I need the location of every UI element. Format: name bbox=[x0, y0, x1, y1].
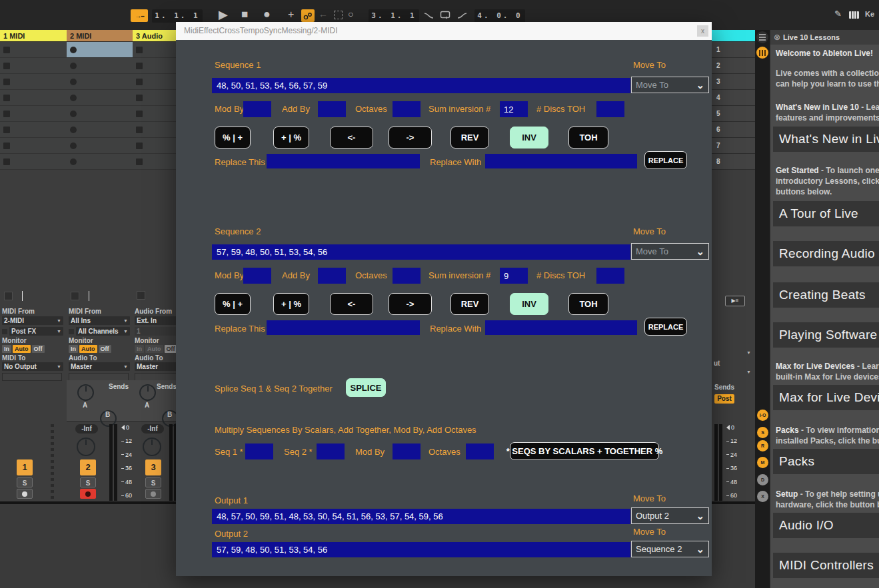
punch-in-display[interactable]: 3. 1. 1 bbox=[369, 9, 419, 23]
clip-slot[interactable] bbox=[133, 122, 176, 138]
clip-slot-selected[interactable] bbox=[67, 42, 133, 58]
scene-launch[interactable]: 3 bbox=[712, 74, 755, 90]
lesson-button-whats-new[interactable]: What's New in Live bbox=[773, 127, 879, 152]
draw-mode-icon[interactable]: ✎ bbox=[834, 9, 842, 19]
channel-select[interactable]: All Channels▼ bbox=[76, 327, 130, 336]
replace-with-input[interactable] bbox=[485, 154, 637, 168]
record-button[interactable]: ● bbox=[263, 7, 271, 21]
sequence1-field[interactable]: 48, 50, 51, 53, 54, 56, 57, 59 bbox=[212, 78, 630, 93]
scene-launch[interactable]: 7 bbox=[712, 138, 755, 154]
track-activator-2[interactable]: 2 bbox=[80, 459, 96, 475]
clip-slot[interactable] bbox=[67, 74, 133, 90]
loop-length-display[interactable]: 4. 0. 0 bbox=[474, 9, 525, 23]
volume-display[interactable]: -Inf bbox=[141, 424, 164, 434]
reverse-button[interactable]: REV bbox=[450, 293, 489, 315]
add-by-input[interactable] bbox=[318, 268, 346, 284]
scene-launch[interactable]: 4 bbox=[712, 90, 755, 106]
follow-button[interactable]: →-- bbox=[131, 9, 148, 22]
channel-select[interactable]: 1 bbox=[135, 327, 177, 336]
close-icon[interactable]: x bbox=[697, 25, 708, 37]
add-mod-button[interactable]: + | % bbox=[273, 293, 309, 315]
track-stop-row[interactable] bbox=[0, 291, 67, 301]
arm-button[interactable] bbox=[145, 489, 161, 499]
clip-slot[interactable] bbox=[0, 138, 67, 154]
octaves-input[interactable] bbox=[393, 101, 421, 117]
stop-all-clips-button[interactable]: ▶≡ bbox=[725, 296, 745, 306]
new-midi-track-button[interactable]: + bbox=[288, 9, 294, 21]
clip-slot[interactable] bbox=[67, 90, 133, 106]
toh-button[interactable]: TOH bbox=[568, 293, 608, 315]
session-record-button[interactable]: ○ bbox=[348, 9, 353, 19]
computer-midi-keyboard-icon[interactable] bbox=[849, 11, 859, 19]
track-header-3[interactable]: 3 Audio bbox=[133, 30, 176, 42]
add-mod-button[interactable]: + | % bbox=[273, 127, 309, 148]
audio-from-select[interactable]: Ext. In bbox=[135, 316, 177, 325]
mod-by-input[interactable] bbox=[393, 443, 421, 459]
octaves-input[interactable] bbox=[466, 443, 494, 459]
replace-this-input[interactable] bbox=[267, 320, 420, 335]
monitor-off-button[interactable]: Off bbox=[165, 345, 177, 353]
shift-left-button[interactable]: <- bbox=[330, 293, 373, 315]
play-button[interactable]: ▶ bbox=[219, 7, 228, 22]
crossfader-section-toggle[interactable]: X bbox=[757, 491, 768, 502]
lesson-button-beats[interactable]: Creating Beats bbox=[773, 282, 879, 308]
clip-slot[interactable] bbox=[67, 138, 133, 154]
automation-arm-icon[interactable] bbox=[301, 9, 315, 22]
invert-button[interactable]: INV bbox=[510, 127, 548, 148]
lesson-button-audio-io[interactable]: Audio I/O bbox=[773, 513, 879, 538]
master-track-header[interactable] bbox=[712, 30, 755, 42]
solo-button[interactable]: S bbox=[17, 477, 33, 487]
clip-slot[interactable] bbox=[0, 122, 67, 138]
clip-overview-toggle[interactable] bbox=[756, 31, 768, 43]
scene-launch[interactable]: 8 bbox=[712, 154, 755, 170]
scene-launch[interactable]: 5 bbox=[712, 106, 755, 122]
splice-button[interactable]: SPLICE bbox=[346, 378, 386, 397]
lesson-button-m4l[interactable]: Max for Live Device bbox=[773, 385, 879, 410]
clip-slot[interactable] bbox=[0, 154, 67, 170]
punch-in-icon[interactable] bbox=[424, 11, 434, 23]
track-activator-3[interactable]: 3 bbox=[145, 459, 161, 475]
output2-move-to-select[interactable]: Sequence 2⌄ bbox=[631, 541, 709, 557]
clip-slot[interactable] bbox=[0, 74, 67, 90]
track-header-1[interactable]: 1 MIDI bbox=[0, 30, 67, 42]
midi-to-select[interactable]: No Output▼ bbox=[2, 362, 63, 371]
octaves-input[interactable] bbox=[393, 268, 421, 284]
window-title-bar[interactable]: MidiEffectCrossTempoSyncMessing/2-MIDI x bbox=[176, 22, 712, 40]
lesson-button-playing[interactable]: Playing Software In bbox=[773, 322, 879, 348]
clip-slot[interactable] bbox=[133, 138, 176, 154]
sum-inversion-input[interactable]: 12 bbox=[500, 101, 528, 117]
replace-this-input[interactable] bbox=[267, 154, 420, 168]
monitor-in-button[interactable]: In bbox=[2, 345, 11, 353]
re-enable-automation-button[interactable]: ← bbox=[319, 9, 328, 19]
replace-button[interactable]: REPLACE bbox=[644, 151, 687, 169]
io-section-toggle[interactable]: I-O bbox=[757, 410, 768, 421]
shift-right-button[interactable]: -> bbox=[389, 127, 432, 148]
mixer-view-toggle[interactable] bbox=[756, 47, 768, 59]
monitor-off-button[interactable]: Off bbox=[32, 345, 45, 353]
clip-slot[interactable] bbox=[67, 58, 133, 74]
multiply-scalars-button[interactable]: * SEQS BY SCALARS + TOGETHER % bbox=[510, 442, 659, 460]
mod-by-input[interactable] bbox=[243, 268, 271, 284]
clip-slot[interactable] bbox=[133, 154, 176, 170]
key-map-button[interactable]: Ke bbox=[865, 10, 874, 18]
loop-switch-icon[interactable] bbox=[440, 10, 450, 22]
track-header-2[interactable]: 2 MIDI bbox=[67, 30, 133, 42]
monitor-off-button[interactable]: Off bbox=[99, 345, 111, 353]
clip-slot[interactable] bbox=[133, 74, 176, 90]
arm-button[interactable] bbox=[17, 489, 33, 499]
discs-toh-input[interactable] bbox=[596, 101, 624, 117]
mixer-section-toggle[interactable]: M bbox=[757, 457, 768, 468]
monitor-in-button[interactable]: In bbox=[69, 345, 78, 353]
add-by-input[interactable] bbox=[318, 101, 346, 117]
pan-knob[interactable] bbox=[143, 438, 161, 456]
clip-slot[interactable] bbox=[67, 154, 133, 170]
solo-button[interactable]: S bbox=[145, 477, 161, 487]
close-icon[interactable]: ⊗ bbox=[774, 33, 780, 42]
output1-field[interactable]: 48, 57, 50, 59, 51, 48, 53, 50, 54, 51, … bbox=[212, 509, 630, 524]
send-a-knob[interactable] bbox=[77, 384, 94, 401]
send-a-knob[interactable] bbox=[139, 384, 156, 401]
monitor-auto-button[interactable]: Auto bbox=[13, 345, 31, 353]
audio-to-select[interactable]: Master bbox=[135, 362, 177, 371]
move-to-select[interactable]: Move To⌄ bbox=[631, 77, 709, 93]
pan-knob[interactable] bbox=[77, 438, 95, 456]
